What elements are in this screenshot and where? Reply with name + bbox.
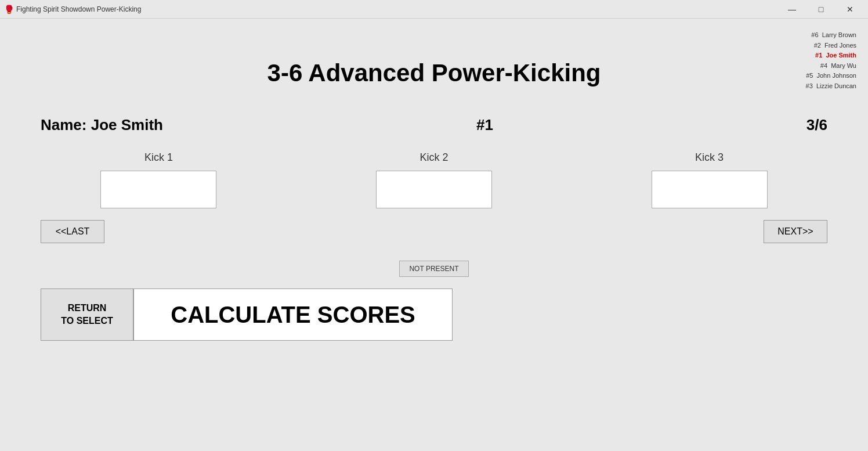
athlete-info-row: Name: Joe Smith #1 3/6 (35, 116, 833, 134)
title-bar: 🥊 Fighting Spirit Showdown Power-Kicking… (0, 0, 868, 19)
nav-row: <<LAST NEXT>> (35, 220, 833, 243)
kick1-column: Kick 1 (41, 151, 277, 208)
athlete-number: #1 (476, 116, 493, 134)
bottom-row: RETURNTO SELECT CALCULATE SCORES (35, 288, 833, 341)
athlete-position: 3/6 (806, 116, 827, 134)
next-button[interactable]: NEXT>> (764, 220, 827, 243)
roster-item: #3 Lizzie Duncan (806, 81, 856, 92)
kick3-label: Kick 3 (695, 151, 724, 164)
page-title: 3-6 Advanced Power-Kicking (35, 59, 833, 87)
roster-item: #2 Fred Jones (806, 41, 856, 51)
athlete-name: Name: Joe Smith (41, 116, 163, 134)
close-button[interactable]: ✕ (837, 0, 863, 19)
not-present-button[interactable]: NOT PRESENT (399, 261, 468, 277)
return-to-select-button[interactable]: RETURNTO SELECT (41, 288, 133, 341)
app-icon: 🥊 (5, 5, 13, 13)
kick3-column: Kick 3 (591, 151, 827, 208)
roster-panel: #6 Larry Brown #2 Fred Jones #1 Joe Smit… (806, 30, 856, 92)
return-button-label: RETURNTO SELECT (61, 302, 113, 328)
kicks-section: Kick 1 Kick 2 Kick 3 (35, 151, 833, 208)
title-bar-controls: — □ ✕ (779, 0, 863, 19)
last-button[interactable]: <<LAST (41, 220, 104, 243)
roster-item-selected: #1 Joe Smith (806, 50, 856, 61)
main-content: #6 Larry Brown #2 Fred Jones #1 Joe Smit… (0, 19, 868, 451)
minimize-button[interactable]: — (779, 0, 805, 19)
kick2-label: Kick 2 (419, 151, 448, 164)
roster-item: #6 Larry Brown (806, 30, 856, 41)
kick2-input[interactable] (376, 171, 492, 208)
title-bar-left: 🥊 Fighting Spirit Showdown Power-Kicking (5, 5, 141, 13)
kick1-label: Kick 1 (144, 151, 173, 164)
kick1-input[interactable] (100, 171, 216, 208)
kick2-column: Kick 2 (316, 151, 552, 208)
kick3-input[interactable] (652, 171, 768, 208)
roster-item: #5 John Johnson (806, 71, 856, 81)
maximize-button[interactable]: □ (808, 0, 834, 19)
roster-item: #4 Mary Wu (806, 61, 856, 71)
calculate-scores-button[interactable]: CALCULATE SCORES (133, 288, 453, 341)
not-present-row: NOT PRESENT (35, 261, 833, 277)
app-title: Fighting Spirit Showdown Power-Kicking (16, 5, 141, 13)
